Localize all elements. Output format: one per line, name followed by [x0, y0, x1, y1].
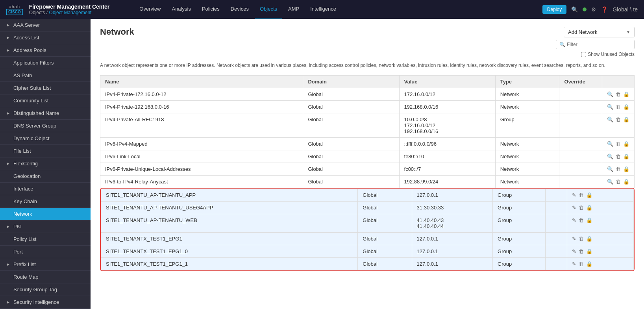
sidebar-item-access-list[interactable]: ► Access List — [0, 31, 91, 44]
sidebar-item-prefix-list[interactable]: ► Prefix List — [0, 258, 91, 271]
sidebar-item-pki[interactable]: ► PKI — [0, 220, 91, 233]
delete-icon[interactable]: 🗑 — [616, 179, 621, 185]
deploy-button[interactable]: Deploy — [542, 5, 566, 14]
delete-icon[interactable]: 🗑 — [579, 205, 584, 211]
help-icon[interactable]: ❓ — [601, 6, 608, 13]
nav-amp[interactable]: AMP — [283, 0, 304, 19]
sidebar-item-security-intelligence[interactable]: ► Security Intelligence — [0, 296, 91, 309]
nav-intelligence[interactable]: Intelligence — [305, 0, 341, 19]
header-controls: Add Network ▼ 🔍 Show Unused Objects — [556, 27, 635, 57]
sidebar-item-address-pools[interactable]: ► Address Pools — [0, 44, 91, 57]
table-row: SITE1_TENANTU_AP-TENANTU_USEG4APP Global… — [101, 202, 634, 214]
nav-policies[interactable]: Policies — [197, 0, 224, 19]
cell-value: 192.88.99.0/24 — [399, 176, 495, 188]
delete-icon[interactable]: 🗑 — [616, 141, 621, 147]
cell-value: 127.0.0.1 — [412, 258, 493, 270]
sidebar-item-policy-list[interactable]: ► Policy List — [0, 233, 91, 246]
delete-icon[interactable]: 🗑 — [616, 117, 621, 122]
delete-icon[interactable]: 🗑 — [616, 166, 621, 172]
cell-actions: ✎ 🗑 🔒 — [567, 214, 634, 233]
cell-override — [546, 189, 567, 202]
sidebar-item-as-path[interactable]: ► AS Path — [0, 69, 91, 82]
sidebar-item-application-filters[interactable]: ► Application Filters — [0, 57, 91, 69]
sidebar-item-key-chain[interactable]: ► Key Chain — [0, 195, 91, 208]
lock-icon[interactable]: 🔒 — [586, 248, 592, 254]
filter-row: 🔍 — [556, 40, 635, 49]
delete-icon[interactable]: 🗑 — [616, 154, 621, 159]
lock-icon[interactable]: 🔒 — [586, 192, 592, 198]
edit-icon[interactable]: ✎ — [572, 236, 576, 242]
sidebar-item-interface[interactable]: ► Interface — [0, 183, 91, 195]
cell-override — [559, 163, 602, 176]
delete-icon[interactable]: 🗑 — [579, 192, 584, 198]
cell-name: SITE1_TENANTX_TEST1_EPG1 — [101, 233, 358, 245]
lock-icon[interactable]: 🔒 — [623, 91, 629, 97]
delete-icon[interactable]: 🗑 — [579, 261, 584, 267]
delete-icon[interactable]: 🗑 — [616, 91, 621, 97]
lock-icon[interactable]: 🔒 — [623, 117, 629, 122]
lock-icon[interactable]: 🔒 — [623, 166, 629, 172]
edit-icon[interactable]: ✎ — [572, 192, 576, 198]
sidebar-item-route-map[interactable]: ► Route Map — [0, 271, 91, 283]
edit-icon[interactable]: ✎ — [572, 205, 576, 211]
show-unused-checkbox[interactable] — [581, 52, 586, 57]
sidebar-item-aaa-server[interactable]: ► AAA Server — [0, 19, 91, 31]
nav-objects[interactable]: Objects — [255, 0, 282, 19]
nav-overview[interactable]: Overview — [135, 0, 165, 19]
cell-actions: 🔍 🗑 🔒 — [602, 163, 634, 176]
sidebar-item-dns-server-group[interactable]: ► DNS Server Group — [0, 120, 91, 132]
edit-icon[interactable]: ✎ — [572, 248, 576, 254]
search-icon[interactable]: 🔍 — [607, 141, 613, 147]
cell-value: 41.40.40.4341.40.40.44 — [412, 214, 493, 233]
edit-icon[interactable]: ✎ — [572, 261, 576, 267]
search-icon[interactable]: 🔍 — [607, 154, 613, 159]
add-network-label: Add Network — [568, 29, 597, 35]
sidebar-item-distinguished-name[interactable]: ► Distinguished Name — [0, 107, 91, 120]
cell-name: SITE1_TENANTU_AP-TENANTU_APP — [101, 189, 358, 202]
search-icon[interactable]: 🔍 — [607, 179, 613, 185]
nav-analysis[interactable]: Analysis — [167, 0, 195, 19]
cell-domain: Global — [358, 258, 412, 270]
delete-icon[interactable]: 🗑 — [579, 236, 584, 242]
search-icon[interactable]: 🔍 — [607, 166, 613, 172]
edit-icon[interactable]: ✎ — [572, 217, 576, 223]
sidebar-item-flexconfig[interactable]: ► FlexConfig — [0, 157, 91, 170]
delete-icon[interactable]: 🗑 — [616, 104, 621, 110]
sidebar-item-network[interactable]: ► Network — [0, 208, 91, 220]
lock-icon[interactable]: 🔒 — [623, 104, 629, 110]
sidebar-item-geolocation[interactable]: ► Geolocation — [0, 170, 91, 183]
cell-value: fe80::/10 — [399, 150, 495, 163]
add-network-dropdown[interactable]: Add Network ▼ — [564, 27, 635, 37]
description: A network object represents one or more … — [100, 62, 635, 69]
cell-actions: ✎ 🗑 🔒 — [567, 245, 634, 258]
sidebar-item-file-list[interactable]: ► File List — [0, 145, 91, 157]
delete-icon[interactable]: 🗑 — [579, 248, 584, 254]
sidebar-item-cipher-suite-list[interactable]: ► Cipher Suite List — [0, 82, 91, 94]
search-icon[interactable]: 🔍 — [607, 104, 613, 110]
nav-devices[interactable]: Devices — [226, 0, 254, 19]
sidebar-item-port[interactable]: ► Port — [0, 246, 91, 258]
user-label[interactable]: Global \ te — [613, 6, 638, 13]
delete-icon[interactable]: 🗑 — [579, 217, 584, 223]
search-icon[interactable]: 🔍 — [607, 117, 613, 122]
chevron-icon: ► — [6, 35, 10, 40]
table-row: IPv6-to-IPv4-Relay-Anycast Global 192.88… — [100, 176, 635, 188]
gear-icon[interactable]: ⚙ — [591, 6, 596, 13]
sidebar-item-dynamic-object[interactable]: ► Dynamic Object — [0, 132, 91, 145]
cell-name: IPv6-IPv4-Mapped — [100, 138, 303, 150]
filter-input[interactable] — [567, 42, 626, 47]
sidebar-item-security-group-tag[interactable]: ► Security Group Tag — [0, 283, 91, 296]
status-indicator — [583, 7, 587, 11]
lock-icon[interactable]: 🔒 — [586, 261, 592, 267]
cisco-logo-img: CISCO — [6, 9, 23, 15]
lock-icon[interactable]: 🔒 — [586, 217, 592, 223]
search-icon[interactable]: 🔍 — [607, 91, 613, 97]
search-icon[interactable]: 🔍 — [571, 6, 578, 13]
sidebar-item-community-list[interactable]: ► Community List — [0, 94, 91, 107]
lock-icon[interactable]: 🔒 — [623, 141, 629, 147]
lock-icon[interactable]: 🔒 — [623, 154, 629, 159]
lock-icon[interactable]: 🔒 — [586, 205, 592, 211]
lock-icon[interactable]: 🔒 — [623, 179, 629, 185]
lock-icon[interactable]: 🔒 — [586, 236, 592, 242]
breadcrumb: Objects / Object Management — [29, 10, 113, 15]
